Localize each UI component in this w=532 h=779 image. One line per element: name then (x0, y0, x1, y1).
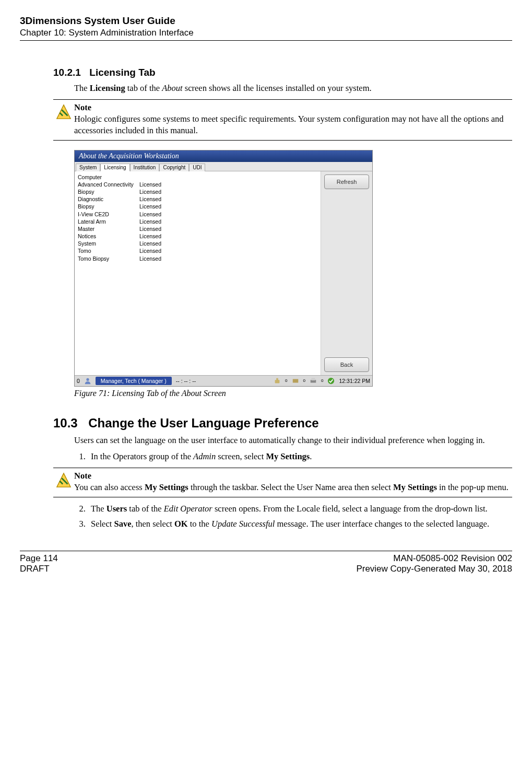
license-row: DiagnosticLicensed (78, 195, 317, 203)
license-row: MasterLicensed (78, 225, 317, 232)
license-name: Notices (78, 232, 139, 240)
document-header: 3Dimensions System User Guide Chapter 10… (20, 15, 512, 41)
step-1: In the Operators group of the Admin scre… (88, 450, 512, 462)
license-name: Diagnostic (78, 195, 139, 203)
step-3: Select Save, then select OK to the Updat… (88, 518, 512, 530)
section-title: Change the User Language Preference (88, 416, 318, 430)
tab-licensing[interactable]: Licensing (100, 164, 129, 171)
license-row: Computer (78, 173, 317, 181)
detector-icon (292, 377, 299, 385)
badge-0b: 0 (303, 378, 305, 383)
license-name: Biopsy (78, 203, 139, 210)
note-body: You can also access My Settings through … (74, 482, 510, 493)
figure-caption: Figure 71: Licensing Tab of the About Sc… (74, 389, 512, 398)
license-row: BiopsyLicensed (78, 188, 317, 195)
license-row: NoticesLicensed (78, 232, 317, 240)
license-row: Tomo BiopsyLicensed (78, 255, 317, 262)
license-status: Licensed (139, 218, 161, 225)
note-label: Note (74, 470, 510, 482)
status-dashes: -- : -- : -- (176, 378, 196, 384)
tab-institution[interactable]: Institution (130, 164, 160, 171)
license-status: Licensed (139, 181, 161, 188)
status-time: 12:31:22 PM (339, 378, 370, 384)
license-status: Licensed (139, 188, 161, 195)
section-10-2-1-heading: 10.2.1 Licensing Tab (53, 67, 512, 78)
note-label: Note (74, 102, 510, 113)
license-row: SystemLicensed (78, 240, 317, 247)
status-left-num: 0 (77, 378, 80, 384)
note-icon (53, 469, 74, 490)
note-block-2: Note You can also access My Settings thr… (53, 468, 512, 497)
svg-point-3 (86, 378, 89, 381)
footer-gen: Preview Copy-Generated May 30, 2018 (356, 564, 512, 574)
section-10-3-intro: Users can set the language on the user i… (74, 435, 512, 446)
license-status: Licensed (139, 225, 161, 232)
svg-rect-5 (276, 378, 278, 380)
status-user[interactable]: Manager, Tech ( Manager ) (96, 377, 172, 385)
svg-rect-4 (275, 380, 280, 383)
license-name: Advanced Connectivity (78, 181, 139, 188)
tab-system[interactable]: System (76, 164, 100, 171)
status-ok-icon (327, 377, 335, 385)
user-icon (84, 377, 91, 385)
license-name: Tomo (78, 247, 139, 254)
license-name: Master (78, 225, 139, 232)
svg-point-9 (328, 378, 334, 384)
status-bar: 0 Manager, Tech ( Manager ) -- : -- : --… (75, 375, 372, 386)
about-screenshot: About the Acquisition Workstation System… (74, 150, 373, 387)
badge-0c: 0 (321, 378, 323, 383)
step-2: The Users tab of the Edit Operator scree… (88, 503, 512, 515)
license-row: BiopsyLicensed (78, 203, 317, 210)
license-row: Advanced ConnectivityLicensed (78, 181, 317, 188)
license-status: Licensed (139, 211, 161, 218)
svg-rect-6 (292, 379, 298, 382)
license-name: System (78, 240, 139, 247)
page-footer: Page 114 DRAFT MAN-05085-002 Revision 00… (20, 551, 512, 574)
license-status: Licensed (139, 247, 161, 254)
license-name: Computer (78, 173, 139, 181)
button-column: Refresh Back (321, 171, 372, 375)
tab-strip: SystemLicensingInstitutionCopyrightUDI (75, 162, 372, 171)
doc-title: 3Dimensions System User Guide (20, 15, 512, 28)
tube-icon (274, 377, 281, 385)
refresh-button[interactable]: Refresh (324, 175, 369, 189)
license-status: Licensed (139, 255, 161, 262)
license-row: Lateral ArmLicensed (78, 218, 317, 225)
footer-draft: DRAFT (20, 564, 58, 574)
section-10-2-1-intro: The Licensing tab of the About screen sh… (74, 83, 512, 94)
tab-copyright[interactable]: Copyright (159, 164, 189, 171)
note-icon (53, 101, 74, 122)
doc-chapter: Chapter 10: System Administration Interf… (20, 28, 512, 38)
tab-udi[interactable]: UDI (189, 164, 205, 171)
license-row: I-View CE2DLicensed (78, 211, 317, 218)
license-status: Licensed (139, 240, 161, 247)
license-row: TomoLicensed (78, 247, 317, 254)
license-name: Lateral Arm (78, 218, 139, 225)
steps-list: In the Operators group of the Admin scre… (74, 450, 512, 462)
badge-0a: 0 (285, 378, 287, 383)
license-name: Biopsy (78, 188, 139, 195)
license-status: Licensed (139, 195, 161, 203)
license-status: Licensed (139, 232, 161, 240)
window-title: About the Acquisition Workstation (75, 150, 372, 162)
section-title: Licensing Tab (89, 67, 155, 78)
back-button[interactable]: Back (324, 357, 369, 372)
note-block-1: Note Hologic configures some systems to … (53, 99, 512, 141)
section-10-3-heading: 10.3 Change the User Language Preference (53, 416, 512, 431)
license-name: I-View CE2D (78, 211, 139, 218)
note-body: Hologic configures some systems to meet … (74, 113, 510, 137)
section-number: 10.2.1 (53, 67, 81, 78)
footer-rev: MAN-05085-002 Revision 002 (356, 553, 512, 564)
steps-list-cont: The Users tab of the Edit Operator scree… (74, 503, 512, 530)
section-number: 10.3 (53, 416, 78, 431)
license-status: Licensed (139, 203, 161, 210)
footer-page: Page 114 (20, 553, 58, 564)
printer-icon (310, 377, 317, 385)
license-name: Tomo Biopsy (78, 255, 139, 262)
license-list: ComputerAdvanced ConnectivityLicensedBio… (75, 171, 321, 375)
svg-rect-8 (312, 378, 315, 380)
